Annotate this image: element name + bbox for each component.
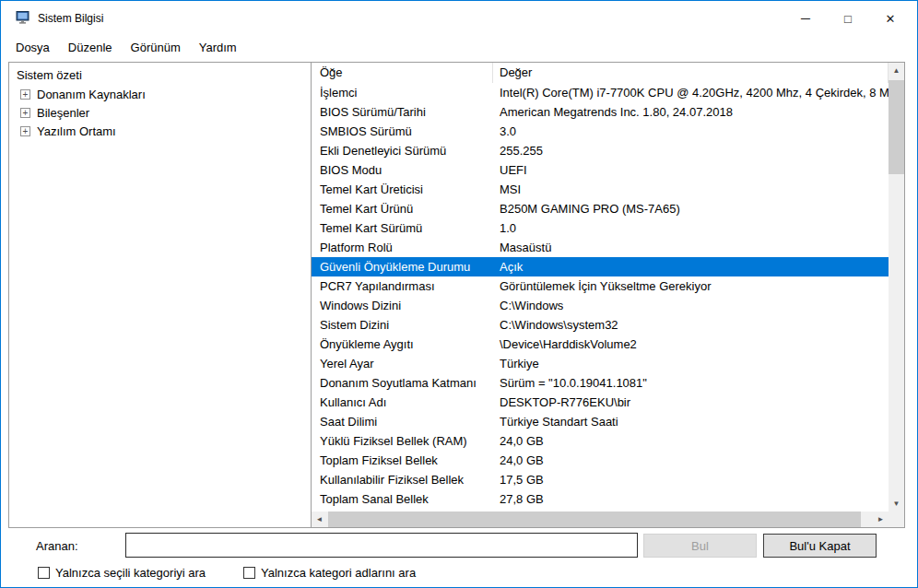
table-row[interactable]: Toplam Fiziksel Bellek24,0 GB [312,451,889,470]
value-cell: Masaüstü [493,241,889,254]
menu-item-dosya[interactable]: Dosya [6,37,59,58]
value-cell: Türkiye Standart Saati [493,415,889,429]
checkbox-icon [38,567,50,579]
window-title: Sistem Bilgisi [38,12,103,25]
value-cell: Görüntülemek İçin Yükseltme Gerekiyor [493,279,889,293]
table-row[interactable]: Saat DilimiTürkiye Standart Saati [312,412,889,431]
tree-item-system-summary[interactable]: Sistem özeti [9,66,311,85]
scroll-left-icon[interactable]: ◄ [312,512,327,527]
table-row[interactable]: BIOS ModuUEFI [312,160,889,180]
value-cell: 1.0 [493,221,889,235]
tree-item[interactable]: +Donanım Kaynakları [9,85,311,103]
table-row[interactable]: PCR7 YapılandırmasıGörüntülemek İçin Yük… [312,276,889,296]
table-row[interactable]: Windows DiziniC:\Windows [312,296,889,315]
close-find-button[interactable]: Bul'u Kapat [763,534,877,558]
value-cell: Sürüm = "10.0.19041.1081" [493,376,889,390]
table-row[interactable]: Kullanılabilir Fiziksel Bellek17,5 GB [312,470,889,489]
menu-bar: DosyaDüzenleGörünümYardım [6,36,246,58]
item-cell: Yüklü Fiziksel Bellek (RAM) [312,434,493,448]
vertical-scroll-thumb[interactable] [889,80,904,174]
item-cell: Toplam Fiziksel Bellek [312,453,493,467]
table-row[interactable]: Yüklü Fiziksel Bellek (RAM)24,0 GB [312,431,889,451]
list-pane: Öğe Değer İşlemciIntel(R) Core(TM) i7-77… [311,62,905,528]
value-cell: Açık [493,260,889,274]
table-row[interactable]: Toplam Sanal Bellek27,8 GB [312,489,889,509]
item-cell: Temel Kart Üreticisi [312,182,493,196]
value-cell: 27,8 GB [493,492,889,506]
value-cell: MSI [493,182,889,196]
table-row[interactable]: Ekli Denetleyici Sürümü255.255 [312,141,889,160]
table-row[interactable]: Temel Kart ÜrünüB250M GAMING PRO (MS-7A6… [312,199,889,218]
horizontal-scroll-thumb[interactable] [328,512,861,527]
window-controls: ─ □ ✕ [784,1,912,36]
item-cell: BIOS Modu [312,163,493,177]
column-header-item[interactable]: Öğe [312,63,493,83]
system-info-window: Sistem Bilgisi ─ □ ✕ DosyaDüzenleGörünüm… [0,0,918,588]
expand-plus-icon[interactable]: + [20,108,30,118]
item-cell: Toplam Sanal Bellek [312,492,493,506]
item-cell: Kullanıcı Adı [312,395,493,409]
maximize-button[interactable]: □ [827,1,869,36]
table-row[interactable]: Sistem DiziniC:\Windows\system32 [312,315,889,335]
search-category-names-checkbox[interactable]: Yalnızca kategori adlarını ara [243,564,416,581]
expand-plus-icon[interactable]: + [20,89,30,100]
close-button[interactable]: ✕ [869,1,912,36]
table-row[interactable]: Platform RolüMasaüstü [312,238,889,257]
column-header-value[interactable]: Değer [493,63,889,83]
tree-item-label: Yazılım Ortamı [37,124,116,138]
item-cell: Yerel Ayar [312,357,493,370]
item-cell: BIOS Sürümü/Tarihi [312,105,493,119]
item-cell: SMBIOS Sürümü [312,124,493,138]
item-cell: İşlemci [312,86,493,100]
scroll-right-icon[interactable]: ► [873,512,889,527]
checkbox-label: Yalnızca kategori adlarını ara [261,566,416,580]
table-row[interactable]: Kullanıcı AdıDESKTOP-R776EKU\bir [312,393,889,412]
table-row[interactable]: Donanım Soyutlama KatmanıSürüm = "10.0.1… [312,373,889,393]
value-cell: Türkiye [493,357,889,370]
tree-item[interactable]: +Bileşenler [9,103,311,122]
search-label: Aranan: [36,539,78,553]
tree-item-label: Bileşenler [37,106,89,120]
find-button[interactable]: Bul [643,534,757,558]
scrollbar-corner [889,512,904,527]
scroll-down-icon[interactable]: ▼ [889,496,904,512]
table-row[interactable]: Önyükleme Aygıtı\Device\HarddiskVolume2 [312,335,889,354]
value-cell: \Device\HarddiskVolume2 [493,337,889,351]
table-row[interactable]: İşlemciIntel(R) Core(TM) i7-7700K CPU @ … [312,83,889,102]
minimize-button[interactable]: ─ [784,1,827,36]
item-cell: Temel Kart Ürünü [312,202,493,216]
search-input[interactable] [125,533,638,558]
value-cell: 255.255 [493,144,889,158]
value-cell: American Megatrends Inc. 1.80, 24.07.201… [493,105,889,119]
value-cell: 17,5 GB [493,473,889,487]
item-cell: Kullanılabilir Fiziksel Bellek [312,473,493,487]
tree-pane: Sistem özeti +Donanım Kaynakları+Bileşen… [8,62,312,528]
item-cell: Ekli Denetleyici Sürümü [312,144,493,158]
item-cell: Windows Dizini [312,299,493,312]
table-row[interactable]: Temel Kart ÜreticisiMSI [312,180,889,199]
table-row[interactable]: Temel Kart Sürümü1.0 [312,218,889,238]
tree-item[interactable]: +Yazılım Ortamı [9,122,311,140]
vertical-scrollbar[interactable]: ▲ ▼ [889,63,904,512]
value-cell: 3.0 [493,124,889,138]
table-row[interactable]: Güvenli Önyükleme DurumuAçık [312,257,889,276]
table-row[interactable]: BIOS Sürümü/TarihiAmerican Megatrends In… [312,102,889,122]
value-cell: B250M GAMING PRO (MS-7A65) [493,202,889,216]
item-cell: Güvenli Önyükleme Durumu [312,260,493,274]
expand-plus-icon[interactable]: + [20,126,30,136]
item-cell: Saat Dilimi [312,415,493,429]
menu-item-görünüm[interactable]: Görünüm [122,37,190,58]
table-row[interactable]: Yerel AyarTürkiye [312,354,889,373]
search-selected-category-checkbox[interactable]: Yalnızca seçili kategoriyi ara [38,564,206,581]
minimize-icon: ─ [801,11,810,26]
scroll-up-icon[interactable]: ▲ [889,63,904,78]
maximize-icon: □ [844,12,852,26]
checkbox-label: Yalnızca seçili kategoriyi ara [55,566,206,580]
value-cell: Intel(R) Core(TM) i7-7700K CPU @ 4.20GHz… [493,86,889,100]
menu-item-yardım[interactable]: Yardım [190,37,246,58]
app-icon [16,10,30,25]
horizontal-scrollbar[interactable]: ◄ ► [312,512,889,527]
list-body: İşlemciIntel(R) Core(TM) i7-7700K CPU @ … [312,83,889,512]
menu-item-düzenle[interactable]: Düzenle [59,37,122,58]
table-row[interactable]: SMBIOS Sürümü3.0 [312,122,889,141]
